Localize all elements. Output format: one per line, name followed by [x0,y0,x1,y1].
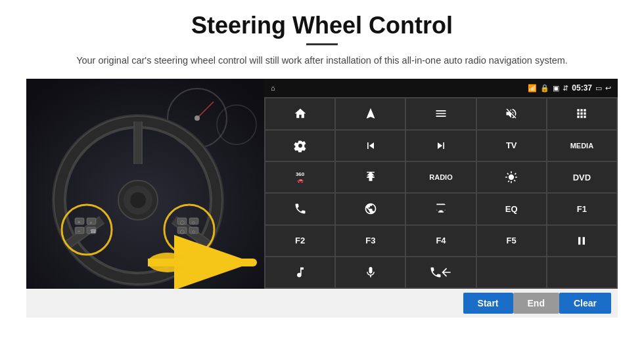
content-area: + ≡ − ☎ ◯ ◇ ◯ ◇ [26,79,618,289]
brightness-btn[interactable] [477,162,546,192]
bottom-action-bar: Start End Clear [26,289,618,318]
page-wrapper: Steering Wheel Control Your original car… [0,0,644,357]
music-btn[interactable] [265,257,334,287]
screen-icon: ▭ [595,84,602,93]
svg-text:◇: ◇ [192,230,195,234]
page-title: Steering Wheel Control [191,12,453,39]
start-button[interactable]: Start [463,293,513,314]
back-icon: ↩ [605,84,611,93]
media-btn[interactable]: MEDIA [547,131,616,161]
mute-btn[interactable] [477,98,546,129]
swirl-btn[interactable] [336,194,405,224]
bt-icon: ⇵ [563,84,568,93]
sd-icon: ▣ [553,84,559,93]
home-status-icon: ⌂ [271,84,275,92]
360cam-btn[interactable]: 360🚗 [265,162,334,192]
svg-text:☎: ☎ [90,228,97,234]
svg-text:◇: ◇ [192,220,195,224]
prev-btn[interactable] [336,131,405,161]
page-subtitle: Your original car's steering wheel contr… [76,53,568,68]
svg-text:≡: ≡ [90,220,92,224]
apps-btn[interactable] [547,98,616,129]
play-pause-btn[interactable] [547,226,616,256]
steering-wheel-image: + ≡ − ☎ ◯ ◇ ◯ ◇ [26,79,264,289]
menu-btn[interactable] [406,98,475,129]
svg-text:−: − [78,229,80,234]
clear-button[interactable]: Clear [559,293,611,314]
end-button[interactable]: End [513,293,559,314]
status-time: 05:37 [572,83,592,93]
status-bar: ⌂ 📶 🔒 ▣ ⇵ 05:37 ▭ ↩ [264,79,618,97]
status-center: 📶 🔒 ▣ ⇵ 05:37 ▭ ↩ [528,83,611,93]
status-left: ⌂ [271,84,275,92]
mic-btn[interactable] [336,257,405,287]
f1-btn[interactable]: F1 [547,194,616,224]
f5-btn[interactable]: F5 [477,226,546,256]
f4-btn[interactable]: F4 [406,226,475,256]
eject-btn[interactable] [336,162,405,192]
f2-btn[interactable]: F2 [265,226,334,256]
wifi-icon: 📶 [528,84,537,93]
eq-btn[interactable]: EQ [477,194,546,224]
svg-text:+: + [78,220,80,224]
button-grid: TV MEDIA 360🚗 RADIO DVD [264,97,618,289]
svg-point-5 [195,116,200,121]
phone-btn[interactable] [265,194,334,224]
android-panel: ⌂ 📶 🔒 ▣ ⇵ 05:37 ▭ ↩ [264,79,618,289]
svg-text:◯: ◯ [180,220,185,225]
navigate-btn[interactable] [336,98,405,129]
empty-btn-1[interactable] [477,257,546,287]
home-btn[interactable] [265,98,334,129]
screen-mirror-btn[interactable] [406,194,475,224]
empty-btn-2[interactable] [547,257,616,287]
svg-point-18 [130,192,146,208]
phone-answer-btn[interactable] [406,257,475,287]
radio-btn[interactable]: RADIO [406,162,475,192]
title-divider [306,43,338,45]
tv-btn[interactable]: TV [477,131,546,161]
dvd-btn[interactable]: DVD [547,162,616,192]
svg-text:◯: ◯ [180,230,185,234]
next-btn[interactable] [406,131,475,161]
f3-btn[interactable]: F3 [336,226,405,256]
settings-btn[interactable] [265,131,334,161]
lock-icon: 🔒 [540,84,549,93]
